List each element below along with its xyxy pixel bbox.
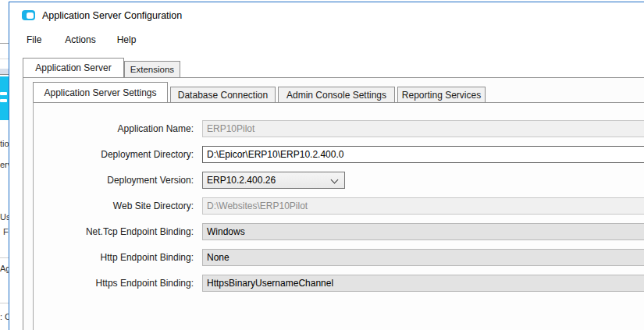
- nettcp-endpoint-binding-field[interactable]: Windows: [202, 223, 644, 240]
- form-row: Application Name: ERP10Pilot: [34, 120, 644, 138]
- bg-divider: [0, 257, 9, 258]
- http-endpoint-binding-field[interactable]: None: [202, 249, 644, 266]
- application-server-tab-page: Application Server Settings Database Con…: [23, 77, 644, 330]
- tab-database-connection[interactable]: Database Connection: [170, 87, 276, 102]
- bg-text-fragment: tio: [0, 139, 9, 148]
- tab-extensions[interactable]: Extensions: [124, 61, 180, 77]
- chevron-down-icon[interactable]: [331, 176, 339, 184]
- application-name-label: Application Name:: [34, 123, 194, 134]
- web-site-directory-label: Web Site Directory:: [34, 200, 194, 211]
- https-endpoint-binding-field[interactable]: HttpsBinaryUsernameChannel: [202, 275, 644, 292]
- bg-selection-icon: [0, 99, 7, 102]
- application-server-settings-page: Application Name: ERP10Pilot Deployment …: [33, 102, 644, 330]
- window-title: Application Server Configuration: [42, 10, 182, 21]
- deployment-directory-label: Deployment Directory:: [34, 149, 194, 160]
- deployment-version-value: ERP10.2.400.26: [207, 175, 276, 186]
- menu-bar: File Actions Help: [9, 28, 644, 51]
- bg-text-fragment: Us: [0, 212, 9, 222]
- app-icon: [22, 10, 35, 20]
- menu-actions[interactable]: Actions: [65, 34, 95, 45]
- menu-help[interactable]: Help: [117, 34, 137, 45]
- form-row: Net.Tcp Endpoint Binding: Windows: [34, 223, 644, 241]
- form-row: Http Endpoint Binding: None: [34, 249, 644, 267]
- bg-header-band: [0, 69, 9, 75]
- app-server-configuration-dialog: Application Server Configuration File Ac…: [9, 2, 644, 330]
- form-row: Https Endpoint Binding: HttpsBinaryUsern…: [34, 275, 644, 293]
- bg-text-fragment: : C: [0, 312, 9, 321]
- tab-application-server[interactable]: Application Server: [23, 58, 124, 77]
- tab-admin-console-settings[interactable]: Admin Console Settings: [278, 87, 395, 102]
- deployment-directory-input[interactable]: D:\Epicor\ERP10\ERP10.2.400.0: [202, 146, 644, 163]
- bg-selected-tree-item: [0, 76, 9, 120]
- tab-application-server-settings[interactable]: Application Server Settings: [33, 82, 168, 102]
- form-row: Deployment Directory: D:\Epicor\ERP10\ER…: [34, 146, 644, 164]
- bg-selection-icon: [0, 92, 7, 95]
- bg-divider: [0, 59, 9, 59]
- bg-text-fragment: Ag: [0, 264, 9, 273]
- bg-divider: [0, 43, 9, 44]
- form-row: Deployment Version: ERP10.2.400.26: [34, 172, 644, 190]
- title-bar: Application Server Configuration: [9, 2, 644, 28]
- menu-file[interactable]: File: [27, 34, 41, 45]
- web-site-directory-field: D:\Websites\ERP10Pilot: [202, 197, 644, 215]
- tab-reporting-services[interactable]: Reporting Services: [397, 87, 486, 102]
- outer-tab-strip: Application Server Extensions: [9, 58, 644, 77]
- application-name-field: ERP10Pilot: [202, 120, 644, 137]
- deployment-version-dropdown[interactable]: ERP10.2.400.26: [202, 172, 345, 189]
- http-endpoint-binding-label: Http Endpoint Binding:: [34, 252, 194, 263]
- https-endpoint-binding-label: Https Endpoint Binding:: [34, 278, 194, 289]
- nettcp-endpoint-binding-label: Net.Tcp Endpoint Binding:: [34, 226, 194, 237]
- bg-divider: [0, 303, 9, 303]
- form-row: Web Site Directory: D:\Websites\ERP10Pil…: [34, 197, 644, 215]
- bg-text-fragment: erv: [0, 160, 9, 169]
- background-window-strip: tio erv Us F Ag : C: [0, 0, 9, 330]
- deployment-version-label: Deployment Version:: [34, 175, 194, 186]
